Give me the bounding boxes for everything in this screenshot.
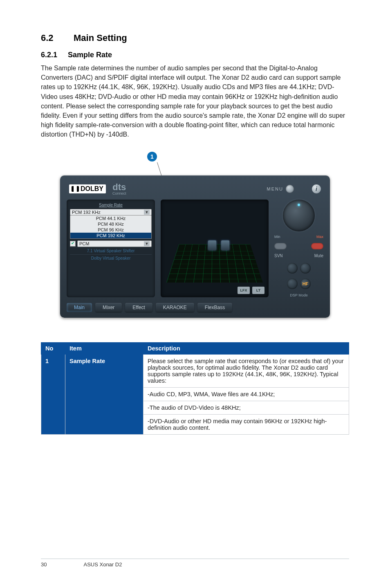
cell-desc-2: -Audio CD, MP3, WMA, Wave files are 44.1… [143,387,349,401]
pcm-combo-value: PCM [79,241,89,246]
sample-rate-label: Sample Rate [70,203,152,207]
mute-toggle[interactable] [311,243,323,249]
subsection-number: 6.2.1 [41,51,68,59]
th-description: Description [143,342,349,354]
mode-button-1[interactable] [287,263,298,274]
page-number: 30 [41,561,47,568]
pcm-combo[interactable]: PCM ▼ [77,240,152,247]
cell-desc-4: -DVD-Audio or other HD media may contain… [143,414,349,434]
cell-desc-3: -The audio of DVD-Video is 48KHz; [143,401,349,414]
section-heading: 6.2Main Setting [41,33,349,43]
settings-left-column: Sample Rate PCM 192 KHz ▼ PCM 44.1 KHz P… [67,200,155,297]
hf-button[interactable]: HF [300,278,311,289]
speaker-visualizer: LFX LT [161,200,269,297]
tab-flexbass[interactable]: FlexBass [197,303,232,312]
menu-label-text: MENU [267,186,283,191]
tab-main[interactable]: Main [67,303,92,312]
sample-rate-option-selected[interactable]: PCM 192 KHz [70,233,151,238]
dts-text: dts [112,183,126,192]
dsp-mode-label: DSP Mode [290,293,307,297]
tab-effect[interactable]: Effect [125,303,152,312]
sample-rate-dropdown[interactable]: PCM 44.1 KHz PCM 48 KHz PCM 96 KHz PCM 1… [70,215,152,239]
tab-mixer[interactable]: Mixer [95,303,122,312]
lfx-indicator: LFX [238,287,250,294]
cell-item: Sample Rate [65,354,143,434]
cell-no: 1 [41,354,65,434]
body-paragraph: The Sample rate determines the number of… [41,63,349,139]
lt-indicator: LT [252,287,264,294]
section-number: 6.2 [41,33,74,43]
tab-karaoke[interactable]: KARAOKE [156,303,194,312]
virtual-speaker-shifter-row[interactable]: 7.1 Virtual Speaker Shifter [70,247,152,254]
volume-dial[interactable] [283,200,315,231]
mode-button-2[interactable] [300,263,311,274]
sample-rate-option[interactable]: PCM 48 KHz [70,221,151,227]
chevron-down-icon: ▼ [144,210,150,215]
dts-logo: dts Connect [112,183,126,195]
speaker-left-icon [208,240,216,250]
figure: 1 DOLBY dts Connect MENU i Sample Rate [41,152,349,318]
volume-right-column: Min Max SVN Mute [274,200,323,297]
th-item: Item [65,342,143,354]
info-button[interactable]: i [312,184,321,193]
description-table: No Item Description 1 Sample Rate Please… [41,342,349,435]
pcm-toggle-row: ✔ PCM ▼ [70,240,152,247]
sample-rate-combo[interactable]: PCM 192 KHz ▼ [70,209,152,215]
section-title: Main Setting [74,33,127,43]
footer-product: ASUS Xonar D2 [83,561,122,568]
panel-header: DOLBY dts Connect MENU i [67,181,323,200]
subsection-title: Sample Rate [68,51,112,59]
pcm-checkbox[interactable]: ✔ [70,241,76,247]
speaker-right-icon [221,240,229,250]
dts-subtext: Connect [112,192,126,195]
sample-rate-option[interactable]: PCM 44.1 KHz [70,215,151,221]
mode-button-3[interactable] [287,278,298,289]
panel-tabs: Main Mixer Effect KARAOKE FlexBass [67,303,323,312]
th-no: No [41,342,65,354]
dial-min-label: Min [274,235,280,239]
sample-rate-option[interactable]: PCM 96 KHz [70,227,151,233]
menu-button[interactable]: MENU [267,185,294,193]
menu-round-icon [286,185,294,193]
cell-desc-1: Please select the sample rate that corre… [143,354,349,387]
audio-control-panel: DOLBY dts Connect MENU i Sample Rate PCM… [60,175,330,318]
page-footer: 30 ASUS Xonar D2 [41,559,349,568]
dolby-logo: DOLBY [69,184,106,193]
callout-badge: 1 [147,152,157,162]
dial-max-label: Max [316,235,323,239]
svn-toggle[interactable] [274,243,287,249]
sample-rate-combo-value: PCM 192 KHz [72,210,101,215]
table-row: 1 Sample Rate Please select the sample r… [41,354,349,387]
chevron-down-icon: ▼ [144,241,150,246]
dolby-virtual-speaker-row[interactable]: Dolby Virtual Speaker [70,254,152,262]
mute-label: Mute [314,254,323,258]
svn-label: SVN [274,254,283,258]
subsection-heading: 6.2.1Sample Rate [41,51,349,59]
